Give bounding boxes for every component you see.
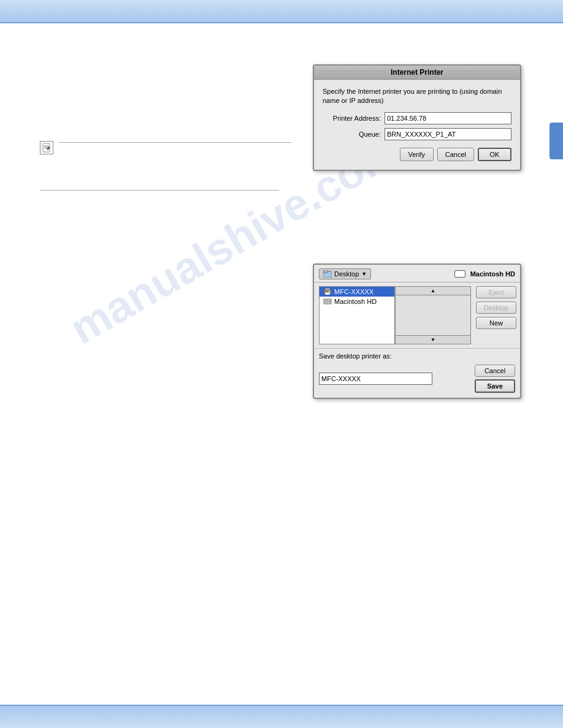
scroll-track (396, 295, 470, 335)
svg-rect-5 (324, 270, 327, 273)
desktop-folder-icon (323, 270, 332, 278)
desktop-label: Desktop (334, 270, 359, 278)
save-cancel-button[interactable]: Cancel (475, 365, 515, 377)
printer-address-label: Printer Address: (323, 115, 381, 122)
queue-row: Queue: (323, 128, 511, 140)
save-bottom-row: Cancel Save (319, 365, 515, 393)
printer-icon (323, 288, 332, 295)
ok-button[interactable]: OK (478, 148, 511, 161)
top-bar (0, 0, 563, 23)
dialog-buttons: Verify Cancel OK (323, 148, 511, 161)
title-lines-right (448, 70, 515, 75)
save-dialog-buttons: Eject Desktop New (471, 282, 520, 348)
save-dialog-top: Desktop ▼ Macintosh HD (314, 265, 520, 282)
title-lines-left (319, 70, 386, 75)
scroll-up[interactable]: ▲ (396, 287, 470, 295)
second-hr (40, 190, 279, 191)
svg-point-9 (329, 291, 330, 292)
dialog-body: Specify the Internet printer you are pri… (314, 80, 520, 170)
printer-address-row: Printer Address: (323, 112, 511, 124)
list-item-hd-label: Macintosh HD (334, 298, 377, 305)
save-dialog-bottom: Save desktop printer as: Cancel Save (314, 348, 520, 398)
save-list-scrollbar: ▲ ▼ (395, 286, 471, 344)
desktop-dropdown[interactable]: Desktop ▼ (319, 268, 371, 279)
queue-input[interactable] (385, 128, 511, 140)
dialog-title-bar: Internet Printer (314, 66, 520, 80)
save-dialog-list: MFC-XXXXX Macintosh HD (319, 286, 395, 344)
internet-printer-dialog: Internet Printer Specify the Internet pr… (313, 64, 521, 171)
verify-button[interactable]: Verify (400, 148, 434, 161)
list-item-mfc[interactable]: MFC-XXXXX (320, 287, 394, 297)
printer-address-input[interactable] (385, 112, 511, 124)
svg-rect-7 (325, 288, 330, 290)
dropdown-arrow: ▼ (361, 271, 367, 277)
note-area (40, 140, 291, 154)
drive-icon (323, 298, 332, 305)
save-dialog-main: MFC-XXXXX Macintosh HD ▲ ▼ Eject Desktop (314, 282, 520, 348)
note-icon (40, 141, 53, 154)
right-tab (550, 123, 563, 159)
svg-rect-8 (325, 292, 330, 295)
hd-icon-shape (454, 270, 465, 278)
list-item-mfc-label: MFC-XXXXX (334, 288, 373, 295)
save-as-label: Save desktop printer as: (319, 352, 515, 360)
save-dialog: Desktop ▼ Macintosh HD MFC-XXXXX (313, 264, 521, 399)
cancel-button[interactable]: Cancel (437, 148, 474, 161)
macintosh-hd-label: Macintosh HD (470, 270, 515, 278)
dialog-description: Specify the Internet printer you are pri… (323, 87, 511, 106)
hd-label: Macintosh HD (454, 270, 515, 278)
save-save-button[interactable]: Save (475, 379, 515, 393)
note-hr (58, 142, 291, 143)
save-cancel-buttons: Cancel Save (475, 365, 515, 393)
desktop-button[interactable]: Desktop (476, 301, 516, 314)
scroll-down[interactable]: ▼ (396, 335, 470, 344)
filename-input[interactable] (319, 373, 432, 385)
list-item-hd[interactable]: Macintosh HD (320, 297, 394, 306)
eject-button[interactable]: Eject (476, 286, 516, 298)
bottom-bar (0, 705, 563, 728)
svg-point-11 (329, 301, 331, 303)
new-button[interactable]: New (476, 317, 516, 329)
dialog-title-text: Internet Printer (386, 68, 448, 77)
queue-label: Queue: (323, 131, 381, 138)
